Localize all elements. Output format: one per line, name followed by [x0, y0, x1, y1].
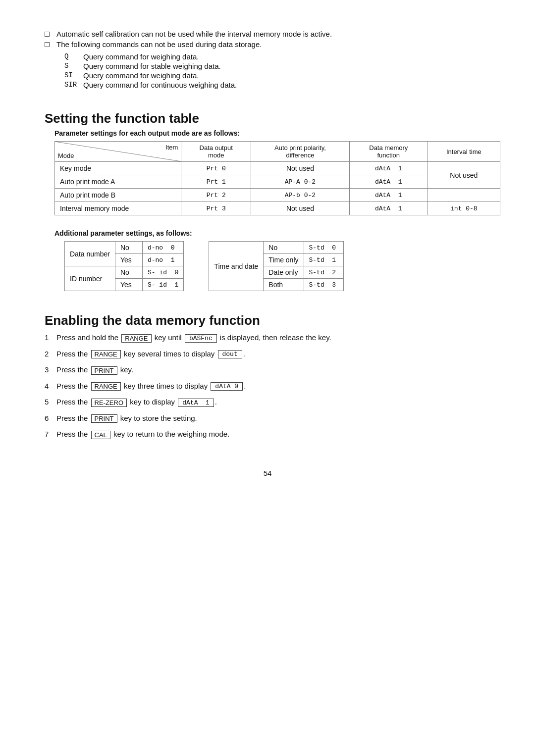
step-text-2: Press the RANGE key several times to dis… — [56, 350, 490, 359]
tables-row: Data number No d-no 0 Yes d-no 1 ID numb… — [54, 241, 490, 291]
row-col3-interval: dAtA 1 — [349, 202, 428, 215]
col1-header: Data outputmode — [181, 142, 251, 162]
disp-data1: dAtA 1 — [178, 399, 214, 407]
param-code-datanum-no: d-no 0 — [142, 242, 183, 254]
key-range-1: RANGE — [121, 334, 151, 343]
cmd-label-Q: Q — [64, 52, 83, 61]
param-label-idnum: ID number — [65, 266, 115, 291]
step-num-3: 3 — [45, 365, 56, 374]
param-table-right: Time and date No S-td 0 Time only S-td 1… — [209, 241, 343, 291]
section1-title: Setting the function table — [45, 111, 490, 126]
bullet-icon-2 — [45, 42, 50, 47]
param-row-tad-no: Time and date No S-td 0 — [209, 242, 343, 254]
col4-header: Interval time — [428, 142, 500, 162]
cmd-label-SIR: SIR — [64, 81, 83, 89]
sub-command-list: Q Query command for weighing data. S Que… — [64, 52, 490, 89]
param-label-tad: Time and date — [209, 242, 264, 291]
param-code-tad-both: S-td 3 — [304, 279, 343, 291]
header-item-label: Item — [165, 144, 178, 151]
key-print-3: PRINT — [91, 366, 117, 375]
bullet-item-2: The following commands can not be used d… — [45, 40, 490, 49]
step-1: 1 Press and hold the RANGE key until bAS… — [45, 333, 490, 343]
step-num-4: 4 — [45, 382, 56, 390]
row-col4-interval: int 0-8 — [428, 202, 500, 215]
param-opt-no: No — [115, 242, 142, 254]
step-text-5: Press the RE-ZERO key to display dAtA 1. — [56, 398, 490, 407]
bullet-list: Automatic self calibration can not be us… — [45, 30, 490, 49]
steps-section: 1 Press and hold the RANGE key until bAS… — [45, 333, 490, 439]
row-col4-autoB — [428, 189, 500, 202]
key-range-4: RANGE — [91, 382, 121, 391]
step-num-5: 5 — [45, 398, 56, 406]
step-text-1: Press and hold the RANGE key until bASFn… — [56, 333, 490, 343]
param-code-tad-time: S-td 1 — [304, 254, 343, 266]
cmd-desc-SIR: Query command for continuous weighing da… — [83, 81, 237, 89]
row-col1-autoA: Prt 1 — [181, 175, 251, 189]
step-text-4: Press the RANGE key three times to displ… — [56, 382, 490, 391]
param-code-datanum-yes: d-no 1 — [142, 254, 183, 266]
param-opt-tad-date: Date only — [264, 266, 304, 279]
key-cal-7: CAL — [91, 431, 110, 439]
section2-title: Enabling the data memory function — [45, 313, 490, 328]
key-range-2: RANGE — [91, 350, 121, 358]
param-code-idnum-no: S- id 0 — [142, 266, 183, 279]
bullet-item-1: Automatic self calibration can not be us… — [45, 30, 490, 38]
param-opt-tad-both: Both — [264, 279, 304, 291]
step-3: 3 Press the PRINT key. — [45, 365, 490, 375]
row-col1-keymode: Prt 0 — [181, 162, 251, 175]
step-2: 2 Press the RANGE key several times to d… — [45, 350, 490, 359]
param-row-datanum-no: Data number No d-no 0 — [65, 242, 184, 254]
row-label-interval: Interval memory mode — [55, 202, 181, 215]
disp-data0: dAtA 0 — [211, 382, 243, 391]
row-col3-autoB: dAtA 1 — [349, 189, 428, 202]
param-table-left: Data number No d-no 0 Yes d-no 1 ID numb… — [64, 241, 184, 291]
table1-subtitle: Parameter settings for each output mode … — [54, 129, 490, 137]
table-row-autoB: Auto print mode B Prt 2 AP-b 0-2 dAtA 1 — [55, 189, 500, 202]
disp-dout: dout — [218, 350, 242, 358]
key-print-6: PRINT — [91, 414, 117, 423]
step-num-1: 1 — [45, 333, 56, 342]
bullet-icon-1 — [45, 32, 50, 37]
row-col3-keymode: dAtA 1 — [349, 162, 428, 175]
row-col2-autoB: AP-b 0-2 — [251, 189, 349, 202]
row-label-autoB: Auto print mode B — [55, 189, 181, 202]
row-col3-autoA: dAtA 1 — [349, 175, 428, 189]
param-row-idnum-no: ID number No S- id 0 — [65, 266, 184, 279]
param-opt-id-no: No — [115, 266, 142, 279]
row-col2-autoA: AP-A 0-2 — [251, 175, 349, 189]
row-col1-interval: Prt 3 — [181, 202, 251, 215]
table-row-interval: Interval memory mode Prt 3 Not used dAtA… — [55, 202, 500, 215]
step-num-2: 2 — [45, 350, 56, 358]
step-5: 5 Press the RE-ZERO key to display dAtA … — [45, 398, 490, 407]
cmd-label-S: S — [64, 62, 83, 70]
bullet-text-2: The following commands can not be used d… — [56, 40, 262, 49]
col2-header: Auto print polarity,difference — [251, 142, 349, 162]
cmd-desc-S: Query command for stable weighing data. — [83, 62, 221, 70]
diagonal-header: Item Mode — [55, 142, 181, 162]
page-number: 54 — [45, 469, 490, 477]
param-code-idnum-yes: S- id 1 — [142, 279, 183, 291]
row-col1-autoB: Prt 2 — [181, 189, 251, 202]
param-opt-id-yes: Yes — [115, 279, 142, 291]
function-table: Item Mode Data outputmode Auto print pol… — [54, 141, 500, 215]
cmd-label-SI: SI — [64, 71, 83, 80]
row-label-keymode: Key mode — [55, 162, 181, 175]
cmd-desc-Q: Query command for weighing data. — [83, 52, 199, 61]
step-text-3: Press the PRINT key. — [56, 365, 490, 375]
param-code-tad-date: S-td 2 — [304, 266, 343, 279]
key-rezero-5: RE-ZERO — [91, 399, 127, 407]
sub-cmd-SIR: SIR Query command for continuous weighin… — [64, 81, 490, 89]
param-label-datanum: Data number — [65, 242, 115, 266]
header-mode-label: Mode — [58, 152, 74, 159]
param-opt-tad-no: No — [264, 242, 304, 254]
param-code-tad-no: S-td 0 — [304, 242, 343, 254]
row-col4-keymode: Not used — [428, 162, 500, 189]
row-col2-keymode: Not used — [251, 162, 349, 175]
cmd-desc-SI: Query command for weighing data. — [83, 71, 199, 80]
row-label-autoA: Auto print mode A — [55, 175, 181, 189]
step-num-6: 6 — [45, 414, 56, 422]
step-6: 6 Press the PRINT key to store the setti… — [45, 414, 490, 423]
step-text-6: Press the PRINT key to store the setting… — [56, 414, 490, 423]
param-opt-yes: Yes — [115, 254, 142, 266]
step-num-7: 7 — [45, 430, 56, 438]
